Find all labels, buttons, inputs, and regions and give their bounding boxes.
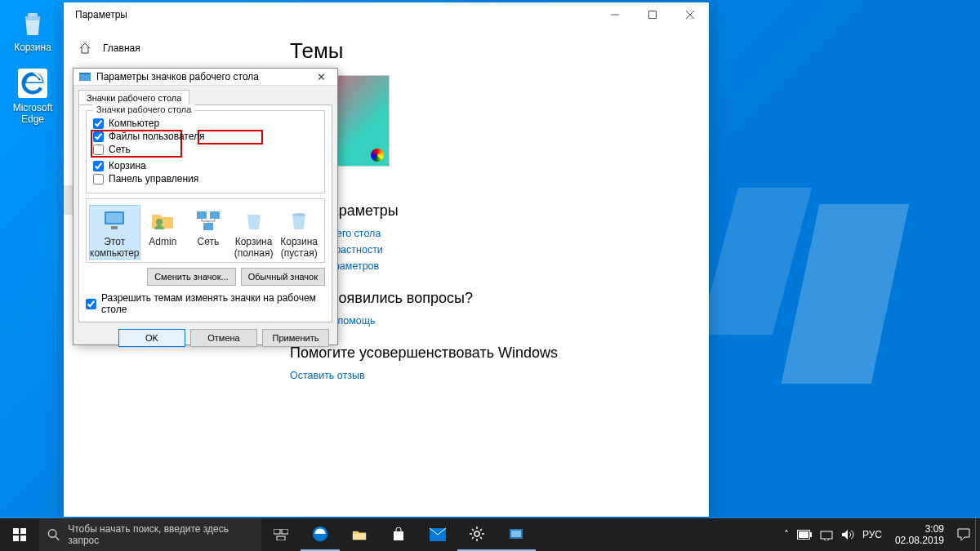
svg-rect-15 [13, 535, 19, 541]
dialog-tabs: Значки рабочего стола [74, 86, 337, 104]
svg-rect-18 [274, 529, 280, 534]
system-tray[interactable]: ˄ РУС 3:09 02.08.2019 [784, 523, 975, 547]
allow-themes-checkbox[interactable]: Разрешить темам изменять значки на рабоч… [86, 292, 325, 315]
link-feedback[interactable]: Оставить отзыв [290, 370, 691, 381]
questions-heading: У вас появились вопросы? [290, 290, 691, 307]
icon-item-bin-empty[interactable]: Корзина (пустая) [277, 206, 321, 259]
checkbox-computer[interactable]: Компьютер [93, 118, 206, 129]
svg-rect-20 [277, 536, 285, 540]
dialog-titlebar[interactable]: Параметры значков рабочего стола ✕ [74, 69, 337, 86]
recycle-bin-icon [16, 7, 49, 39]
icon-item-admin[interactable]: Admin [141, 206, 185, 259]
link-sync-settings[interactable]: ваших параметров [290, 260, 691, 272]
action-center-icon[interactable] [957, 528, 970, 541]
page-title: Темы [290, 38, 691, 64]
checkbox-user-files[interactable]: Файлы пользователя [93, 131, 206, 142]
task-view-button[interactable] [261, 518, 301, 551]
dialog-title-text: Параметры значков рабочего стола [96, 71, 259, 82]
desktop-icon-label: Microsoft Edge [4, 102, 61, 125]
link-get-help[interactable]: Получить помощь [290, 315, 691, 327]
nav-home[interactable]: Главная [64, 33, 272, 63]
icon-item-this-pc[interactable]: Этот компьютер [90, 206, 140, 259]
svg-rect-11 [203, 223, 213, 230]
icon-item-network[interactable]: Сеть [186, 206, 230, 259]
svg-rect-16 [20, 535, 26, 541]
svg-rect-10 [210, 211, 220, 219]
svg-rect-19 [282, 529, 288, 534]
group-desktop-icons: Значки рабочего стола Компьютер Файлы по… [86, 110, 325, 193]
network-icon [194, 206, 222, 233]
icon-item-bin-full[interactable]: Корзина (полная) [232, 206, 276, 259]
taskbar-app-edge[interactable] [301, 518, 340, 551]
edge-icon [16, 67, 49, 100]
svg-rect-4 [79, 73, 91, 74]
desktop-icon-settings-dialog: Параметры значков рабочего стола ✕ Значк… [73, 68, 338, 345]
home-icon [78, 42, 91, 55]
svg-rect-28 [810, 532, 812, 537]
taskbar-app-settings[interactable] [457, 518, 497, 551]
show-desktop-button[interactable] [975, 518, 980, 551]
taskbar: Чтобы начать поиск, введите здесь запрос… [0, 518, 980, 551]
cancel-button[interactable]: Отмена [190, 329, 257, 347]
svg-rect-22 [353, 534, 366, 540]
tray-time: 3:09 [895, 523, 944, 535]
minimize-button[interactable] [596, 2, 634, 27]
svg-rect-2 [649, 11, 657, 19]
icon-preview-grid: Этот компьютер Admin Сеть Корзина (полна… [86, 198, 325, 263]
tray-chevron-up-icon[interactable]: ˄ [784, 529, 789, 540]
desktop-icon-recycle-bin[interactable]: Корзина [4, 7, 61, 53]
search-icon [47, 528, 60, 541]
recycle-bin-empty-icon [285, 206, 313, 233]
svg-point-24 [474, 531, 479, 536]
volume-icon[interactable] [841, 529, 854, 540]
start-button[interactable] [0, 518, 39, 551]
svg-rect-29 [799, 531, 808, 538]
tray-date: 02.08.2019 [895, 535, 944, 546]
taskbar-app-generic[interactable] [497, 518, 536, 551]
apply-button[interactable]: Применить [262, 329, 329, 347]
group-legend: Значки рабочего стола [93, 104, 194, 114]
settings-titlebar[interactable]: Параметры [64, 2, 709, 27]
nav-home-label: Главная [103, 42, 140, 54]
settings-title-text: Параметры [75, 9, 127, 20]
tab-desktop-icons[interactable]: Значки рабочего стола [78, 90, 189, 105]
dialog-icon [78, 70, 91, 83]
recycle-bin-full-icon [240, 206, 268, 233]
user-folder-icon [149, 206, 176, 233]
svg-rect-6 [106, 213, 122, 223]
change-icon-button[interactable]: Сменить значок... [147, 268, 236, 286]
sound-label: вуки [290, 173, 691, 184]
link-high-contrast[interactable]: окой контрастности [290, 244, 691, 256]
ok-button[interactable]: OK [118, 329, 185, 347]
checkbox-control-panel[interactable]: Панель управления [93, 173, 206, 184]
taskbar-search[interactable]: Чтобы начать поиск, введите здесь запрос [39, 518, 261, 551]
taskbar-app-mail[interactable] [418, 518, 457, 551]
taskbar-app-store[interactable] [379, 518, 418, 551]
checkbox-network[interactable]: Сеть [93, 144, 206, 155]
svg-rect-0 [28, 13, 38, 17]
checkbox-recycle-bin[interactable]: Корзина [93, 160, 206, 171]
tray-clock[interactable]: 3:09 02.08.2019 [890, 523, 949, 547]
monitor-icon [100, 206, 128, 233]
close-button[interactable] [671, 2, 709, 27]
tray-language[interactable]: РУС [862, 529, 882, 540]
desktop-icon-edge[interactable]: Microsoft Edge [4, 67, 61, 125]
windows-logo-icon [13, 528, 26, 541]
taskbar-app-explorer[interactable] [340, 518, 379, 551]
svg-rect-30 [821, 531, 832, 539]
default-icon-button[interactable]: Обычный значок [241, 268, 325, 286]
svg-point-17 [48, 530, 56, 538]
svg-rect-7 [111, 226, 118, 229]
related-heading: щие параметры [290, 202, 691, 220]
network-icon[interactable] [820, 529, 833, 540]
link-desktop-icons[interactable]: ков рабочего стола [290, 228, 691, 239]
svg-rect-14 [20, 528, 26, 534]
dialog-footer: OK Отмена Применить [74, 322, 337, 353]
svg-rect-13 [13, 528, 19, 534]
dialog-close-button[interactable]: ✕ [310, 69, 332, 85]
desktop-icon-label: Корзина [4, 42, 61, 53]
svg-rect-9 [197, 211, 207, 219]
battery-icon[interactable] [797, 530, 812, 540]
maximize-button[interactable] [634, 2, 671, 27]
svg-point-12 [292, 213, 305, 216]
